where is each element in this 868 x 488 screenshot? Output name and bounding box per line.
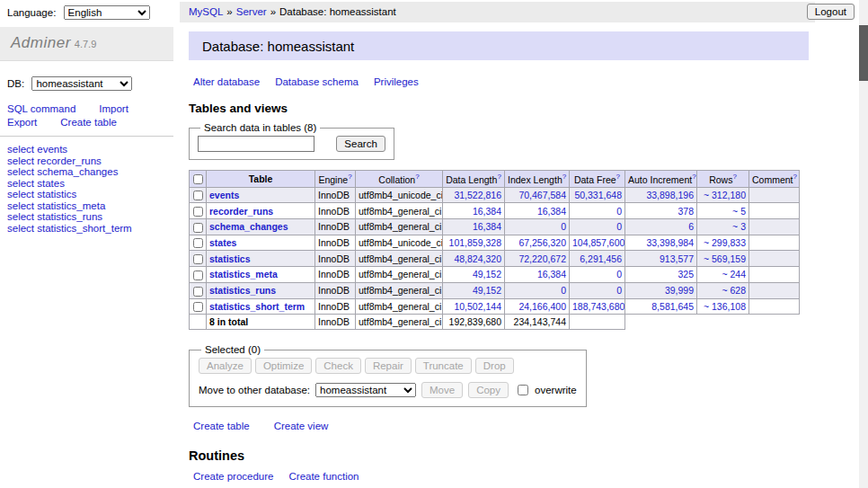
sidebar-table-link[interactable]: select states (7, 178, 173, 190)
selected-action-button[interactable]: Drop (475, 358, 514, 374)
sidebar-table-link[interactable]: select statistics (7, 189, 173, 200)
table-name-link[interactable]: states (209, 237, 236, 248)
data-free-link[interactable]: 0 (616, 269, 622, 279)
index-length-link[interactable]: 0 (561, 221, 566, 232)
auto-increment-link[interactable]: 913,577 (660, 253, 694, 264)
index-length-link[interactable]: 16,384 (537, 269, 566, 279)
index-length-link[interactable]: 67,256,320 (518, 237, 566, 248)
index-length-link[interactable]: 24,166,400 (518, 301, 566, 312)
scrollbar[interactable] (859, 0, 868, 488)
auto-increment-link[interactable]: 33,898,196 (646, 190, 694, 200)
selected-action-button[interactable]: Check (315, 358, 361, 374)
selected-action-button[interactable]: Optimize (255, 358, 312, 374)
help-link[interactable]: ? (732, 173, 736, 181)
row-checkbox[interactable] (193, 302, 203, 312)
row-checkbox[interactable] (193, 287, 203, 297)
rows-estimate-link[interactable]: ~ 5 (732, 206, 746, 217)
move-button[interactable]: Move (421, 382, 463, 398)
data-free-link[interactable]: 50,331,648 (574, 190, 622, 200)
routine-link[interactable]: Create procedure (193, 471, 274, 482)
rows-estimate-link[interactable]: ~ 3 (732, 221, 746, 232)
search-input[interactable] (198, 136, 314, 152)
table-name-link[interactable]: events (209, 190, 239, 200)
auto-increment-link[interactable]: 6 (688, 221, 694, 232)
db-select[interactable]: homeassistant (31, 76, 132, 91)
row-checkbox[interactable] (193, 271, 203, 280)
rows-estimate-link[interactable]: ~ 136,108 (704, 301, 746, 312)
selected-action-button[interactable]: Repair (365, 358, 412, 374)
routine-link[interactable]: Create function (289, 471, 359, 482)
create-link[interactable]: Create table (193, 421, 250, 431)
overwrite-checkbox[interactable] (518, 385, 528, 395)
sidebar-table-link[interactable]: select statistics_short_term (7, 223, 173, 235)
sidebar-link[interactable]: Import (99, 103, 128, 114)
database-link[interactable]: Alter database (193, 76, 260, 87)
sidebar-link[interactable]: Create table (60, 117, 117, 128)
help-link[interactable]: ? (497, 173, 500, 181)
data-length-link[interactable]: 31,522,816 (454, 190, 501, 200)
rows-estimate-link[interactable]: ~ 244 (722, 269, 746, 279)
copy-button[interactable]: Copy (468, 382, 509, 398)
data-free-link[interactable]: 6,291,456 (580, 253, 622, 264)
sidebar-table-link[interactable]: select events (7, 144, 173, 155)
table-name-link[interactable]: statistics (209, 253, 251, 264)
database-link[interactable]: Database schema (275, 76, 359, 87)
table-name-link[interactable]: statistics_runs (209, 285, 276, 296)
table-name-link[interactable]: statistics_short_term (209, 301, 305, 312)
database-link[interactable]: Privileges (374, 76, 419, 87)
help-link[interactable]: ? (348, 173, 351, 181)
select-all-checkbox[interactable] (193, 174, 203, 184)
data-free-link[interactable]: 104,857,600 (572, 237, 624, 248)
sidebar-table-link[interactable]: select statistics_meta (7, 200, 173, 212)
breadcrumb-link[interactable]: Server (236, 6, 267, 17)
auto-increment-link[interactable]: 39,999 (665, 285, 694, 296)
index-length-link[interactable]: 0 (561, 285, 566, 296)
help-link[interactable]: ? (793, 173, 797, 181)
row-checkbox[interactable] (193, 254, 203, 264)
index-length-link[interactable]: 70,467,584 (518, 190, 566, 200)
data-length-link[interactable]: 49,152 (473, 269, 501, 279)
language-select[interactable]: English (64, 5, 150, 20)
table-name-link[interactable]: recorder_runs (209, 206, 273, 217)
data-free-link[interactable]: 0 (616, 285, 622, 296)
data-length-link[interactable]: 16,384 (473, 221, 501, 232)
sidebar-table-link[interactable]: select recorder_runs (7, 155, 173, 167)
auto-increment-link[interactable]: 378 (678, 206, 694, 217)
data-length-link[interactable]: 10,502,144 (454, 301, 501, 312)
data-free-link[interactable]: 0 (616, 221, 622, 232)
sidebar-link[interactable]: SQL command (7, 103, 75, 114)
index-length-link[interactable]: 16,384 (537, 206, 566, 217)
index-length-link[interactable]: 72,220,672 (518, 253, 566, 264)
rows-estimate-link[interactable]: ~ 569,159 (704, 253, 746, 264)
auto-increment-link[interactable]: 325 (678, 269, 694, 279)
data-length-link[interactable]: 101,859,328 (449, 237, 501, 248)
data-length-link[interactable]: 49,152 (473, 285, 501, 296)
selected-action-button[interactable]: Truncate (415, 358, 472, 374)
help-link[interactable]: ? (562, 173, 566, 181)
data-length-link[interactable]: 16,384 (473, 206, 501, 217)
row-checkbox[interactable] (193, 238, 203, 248)
breadcrumb-link[interactable]: MySQL (189, 6, 223, 17)
row-checkbox[interactable] (193, 207, 203, 217)
rows-estimate-link[interactable]: ~ 299,833 (704, 237, 746, 248)
data-free-link[interactable]: 188,743,680 (572, 301, 624, 312)
auto-increment-link[interactable]: 33,398,984 (646, 237, 694, 248)
selected-action-button[interactable]: Analyze (199, 358, 252, 374)
logout-button[interactable]: Logout (807, 4, 855, 20)
help-link[interactable]: ? (616, 173, 620, 181)
help-link[interactable]: ? (415, 173, 419, 181)
app-title[interactable]: Adminer (11, 34, 71, 51)
help-link[interactable]: ? (692, 173, 695, 181)
row-checkbox[interactable] (193, 223, 203, 233)
move-db-select[interactable]: homeassistant (315, 383, 416, 397)
search-button[interactable]: Search (336, 136, 385, 152)
table-name-link[interactable]: schema_changes (209, 221, 288, 232)
row-checkbox[interactable] (193, 191, 203, 200)
table-name-link[interactable]: statistics_meta (209, 269, 278, 279)
sidebar-link[interactable]: Export (7, 117, 37, 128)
data-free-link[interactable]: 0 (616, 206, 622, 217)
sidebar-table-link[interactable]: select statistics_runs (7, 211, 173, 223)
data-length-link[interactable]: 48,824,320 (454, 253, 501, 264)
sidebar-table-link[interactable]: select schema_changes (7, 166, 173, 178)
rows-estimate-link[interactable]: ~ 628 (722, 285, 746, 296)
